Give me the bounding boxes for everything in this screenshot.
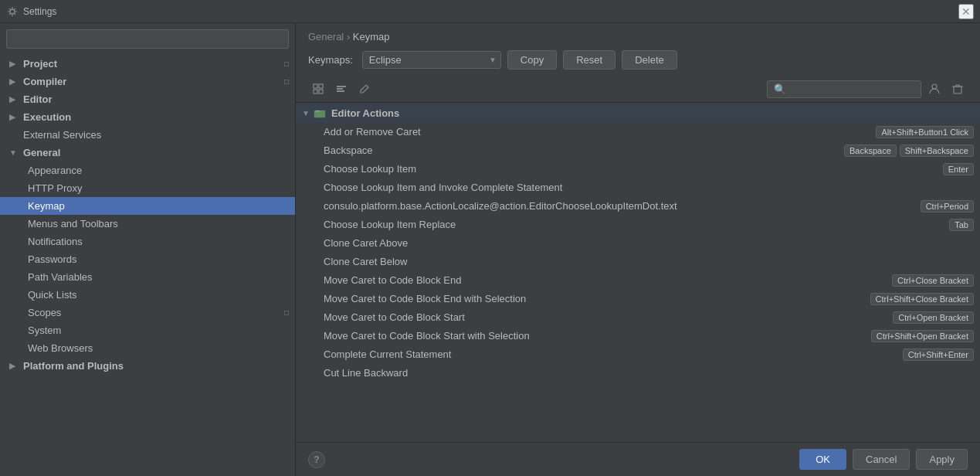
- svg-rect-7: [337, 90, 344, 92]
- window-title: Settings: [23, 6, 958, 17]
- action-name: Clone Caret Below: [324, 256, 974, 267]
- sidebar-item-web-browsers[interactable]: Web Browsers: [0, 339, 295, 357]
- table-row: Move Caret to Code Block End Ctrl+Close …: [296, 271, 980, 290]
- shortcut-badge-2: Shift+Backspace: [900, 144, 974, 157]
- table-row: Clone Caret Below: [296, 253, 980, 271]
- table-row: Choose Lookup Item Replace Tab: [296, 216, 980, 234]
- svg-rect-6: [337, 88, 343, 90]
- svg-rect-3: [314, 90, 317, 94]
- sidebar-item-appearance[interactable]: Appearance: [0, 162, 295, 179]
- keymap-toolbar: [296, 76, 980, 103]
- settings-icon: [6, 5, 19, 18]
- svg-rect-5: [337, 86, 346, 87]
- sidebar-item-passwords[interactable]: Passwords: [0, 250, 295, 268]
- footer: ? OK Cancel Apply: [296, 442, 980, 476]
- group-label: Editor Actions: [331, 107, 399, 119]
- arrow-icon: ▶: [9, 362, 20, 370]
- sidebar-item-notifications[interactable]: Notifications: [0, 233, 295, 250]
- sidebar-item-system[interactable]: System: [0, 321, 295, 339]
- keymap-select[interactable]: Eclipse Default IntelliJ IDEA Emacs: [362, 51, 501, 69]
- table-row: Move Caret to Code Block Start with Sele…: [296, 327, 980, 345]
- sidebar-item-scopes[interactable]: Scopes □: [0, 304, 295, 321]
- title-bar: Settings ✕: [0, 0, 980, 23]
- right-panel: General › Keymap Keymaps: Eclipse Defaul…: [296, 23, 980, 476]
- table-row: Add or Remove Caret Alt+Shift+Button1 Cl…: [296, 123, 980, 141]
- trash-icon-button[interactable]: [948, 79, 968, 99]
- arrow-icon: ▶: [9, 95, 20, 104]
- table-row: consulo.platform.base.ActionLocalize@act…: [296, 197, 980, 216]
- sidebar-item-platform-plugins[interactable]: ▶ Platform and Plugins: [0, 357, 295, 375]
- sidebar-item-keymap[interactable]: Keymap: [0, 197, 295, 215]
- action-name: Choose Lookup Item: [324, 163, 940, 175]
- sidebar-item-menus-toolbars[interactable]: Menus and Toolbars: [0, 215, 295, 233]
- action-name: Choose Lookup Item Replace: [324, 219, 946, 230]
- action-name: Backspace: [324, 144, 841, 156]
- sidebar: ▶ Project □ ▶ Compiler □ ▶ Editor ▶ Exec…: [0, 23, 296, 476]
- table-row: Move Caret to Code Block Start Ctrl+Open…: [296, 308, 980, 327]
- arrow-icon: ▶: [9, 60, 20, 68]
- copy-button[interactable]: Copy: [507, 50, 557, 70]
- action-name: Move Caret to Code Block End with Select…: [324, 293, 867, 304]
- reset-button[interactable]: Reset: [563, 50, 615, 70]
- shortcut-badge: Tab: [949, 219, 974, 231]
- svg-point-0: [10, 9, 15, 14]
- sidebar-item-http-proxy[interactable]: HTTP Proxy: [0, 179, 295, 197]
- sidebar-item-general[interactable]: ▼ General: [0, 144, 295, 162]
- close-button[interactable]: ✕: [958, 4, 974, 19]
- group-arrow-icon: ▼: [302, 109, 310, 117]
- sidebar-item-path-variables[interactable]: Path Variables: [0, 268, 295, 286]
- keymap-header: Keymaps: Eclipse Default IntelliJ IDEA E…: [296, 47, 980, 76]
- shortcut-badge: Backspace: [844, 144, 897, 157]
- sidebar-item-compiler[interactable]: ▶ Compiler □: [0, 73, 295, 90]
- sidebar-item-external-services[interactable]: External Services: [0, 126, 295, 144]
- ok-button[interactable]: OK: [799, 449, 846, 470]
- settings-window: Settings ✕ ▶ Project □ ▶ Compiler □ ▶ Ed…: [0, 0, 980, 476]
- shortcut-badge: Alt+Shift+Button1 Click: [876, 126, 974, 138]
- sidebar-item-execution[interactable]: ▶ Execution: [0, 108, 295, 126]
- table-row: Complete Current Statement Ctrl+Shift+En…: [296, 345, 980, 364]
- svg-rect-2: [319, 84, 323, 88]
- action-name: Choose Lookup Item and Invoke Complete S…: [324, 182, 974, 193]
- editor-actions-group[interactable]: ▼ Editor Actions: [296, 103, 980, 123]
- apply-button[interactable]: Apply: [916, 449, 968, 470]
- table-row: Clone Caret Above: [296, 234, 980, 253]
- svg-rect-1: [314, 84, 317, 88]
- shortcut-badge: Ctrl+Open Bracket: [893, 311, 974, 324]
- keymaps-label: Keymaps:: [308, 54, 353, 66]
- shortcut-badge: Ctrl+Shift+Close Bracket: [870, 293, 974, 305]
- sidebar-item-editor[interactable]: ▶ Editor: [0, 90, 295, 108]
- collapse-all-button[interactable]: [331, 79, 351, 99]
- user-icon-button[interactable]: [924, 79, 944, 99]
- arrow-icon: ▶: [9, 113, 20, 121]
- sidebar-item-quick-lists[interactable]: Quick Lists: [0, 286, 295, 304]
- keymap-select-wrapper: Eclipse Default IntelliJ IDEA Emacs ▼: [362, 51, 501, 69]
- table-row: Move Caret to Code Block End with Select…: [296, 290, 980, 308]
- action-name: consulo.platform.base.ActionLocalize@act…: [324, 200, 917, 212]
- action-name: Complete Current Statement: [324, 348, 900, 360]
- shortcut-badge: Ctrl+Close Bracket: [892, 274, 974, 287]
- expand-all-button[interactable]: [308, 79, 328, 99]
- action-name: Clone Caret Above: [324, 237, 974, 249]
- sidebar-item-project[interactable]: ▶ Project □: [0, 55, 295, 73]
- keymap-list[interactable]: ▼ Editor Actions Add or Remove Caret Alt…: [296, 103, 980, 442]
- shortcut-badge: Enter: [943, 163, 974, 175]
- help-button[interactable]: ?: [308, 451, 325, 468]
- action-name: Move Caret to Code Block Start with Sele…: [324, 330, 868, 342]
- action-name: Add or Remove Caret: [324, 126, 873, 138]
- table-row: Choose Lookup Item Enter: [296, 160, 980, 178]
- edit-button[interactable]: [354, 79, 375, 99]
- svg-rect-4: [319, 90, 323, 94]
- svg-point-8: [932, 84, 937, 89]
- arrow-icon: ▶: [9, 77, 20, 86]
- keymap-search[interactable]: [767, 80, 921, 98]
- shortcut-badge: Ctrl+Period: [921, 200, 974, 212]
- sidebar-search[interactable]: [6, 29, 289, 49]
- action-name: Move Caret to Code Block Start: [324, 311, 890, 323]
- delete-button[interactable]: Delete: [622, 50, 677, 70]
- cancel-button[interactable]: Cancel: [853, 449, 910, 470]
- group-folder-icon: [313, 106, 327, 120]
- main-content: ▶ Project □ ▶ Compiler □ ▶ Editor ▶ Exec…: [0, 23, 980, 476]
- arrow-icon: ▼: [9, 148, 20, 157]
- shortcut-badge: Ctrl+Shift+Open Bracket: [871, 330, 974, 342]
- table-row: Choose Lookup Item and Invoke Complete S…: [296, 178, 980, 197]
